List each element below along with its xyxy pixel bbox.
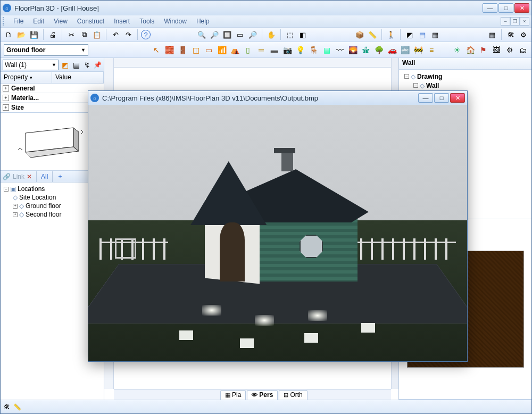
beam-icon[interactable]: ═ <box>256 44 267 56</box>
mdi-restore[interactable]: ❐ <box>510 17 520 26</box>
pin-icon[interactable]: 📌 <box>94 61 102 69</box>
dialog-minimize[interactable]: — <box>418 93 433 103</box>
image-icon[interactable]: 🖼 <box>491 44 502 56</box>
menu-tools[interactable]: Tools <box>135 16 159 26</box>
deck-icon[interactable]: ▤ <box>321 44 332 56</box>
prop-tool1-icon[interactable]: ◩ <box>60 60 70 70</box>
zoom-out-icon[interactable]: 🔎 <box>209 29 220 40</box>
rail-icon[interactable]: ≡ <box>426 44 437 56</box>
stair-icon[interactable]: 📶 <box>217 44 228 56</box>
opening-icon[interactable]: ▭ <box>203 44 214 56</box>
menu-file[interactable]: File <box>9 16 28 26</box>
window-minimize[interactable]: — <box>483 3 497 13</box>
tab-plan[interactable]: ▦ Pla <box>220 390 246 400</box>
window-icon[interactable]: ◫ <box>190 44 202 56</box>
dialog-close[interactable]: ✕ <box>450 93 465 103</box>
menu-edit[interactable]: Edit <box>29 16 48 26</box>
menu-view[interactable]: View <box>49 16 72 26</box>
view-iso-icon[interactable]: ◧ <box>297 29 309 40</box>
wall-icon[interactable]: 🧱 <box>164 44 176 56</box>
sun-icon[interactable]: ☀ <box>452 44 463 56</box>
help-icon[interactable]: ? <box>141 30 151 39</box>
tree-item-second[interactable]: +◇Second floor <box>4 210 101 219</box>
roof-icon[interactable]: ⛺ <box>230 44 241 56</box>
render-icon[interactable]: ▦ <box>429 29 441 40</box>
light-icon[interactable]: 💡 <box>295 44 306 56</box>
tree-root[interactable]: –▣Locations <box>4 185 101 193</box>
terrain-icon[interactable]: 🌄 <box>347 44 359 56</box>
prop-tool2-icon[interactable]: ▤ <box>71 60 81 70</box>
car-icon[interactable]: 🚗 <box>387 44 398 56</box>
text-icon[interactable]: 🔤 <box>400 44 411 56</box>
property-col-header[interactable]: Property ▾ <box>1 72 52 83</box>
column-icon[interactable]: ▯ <box>243 44 254 56</box>
road-icon[interactable]: 🛣 <box>361 44 372 56</box>
dialog-maximize[interactable]: □ <box>434 93 449 103</box>
status-tool-icon[interactable]: 🛠 <box>4 403 10 411</box>
plant-icon[interactable]: 🌳 <box>373 44 385 56</box>
window-maximize[interactable]: □ <box>498 3 513 13</box>
fence-icon[interactable]: 🚧 <box>413 44 424 56</box>
window-close[interactable]: ✕ <box>514 3 529 13</box>
paste-icon[interactable]: 📋 <box>91 29 103 40</box>
add-icon[interactable]: ＋ <box>57 172 63 181</box>
flag-icon[interactable]: ⚑ <box>478 44 489 56</box>
object-selector[interactable]: Wall (1) ▼ <box>3 60 59 70</box>
menu-window[interactable]: Window <box>160 16 191 26</box>
render-output-window[interactable]: ⌂ C:\Program Files (x86)\IMSI\FloorPlan … <box>88 90 468 362</box>
drawing-root[interactable]: –◇Drawing <box>404 72 530 81</box>
undo-icon[interactable]: ↶ <box>110 29 121 40</box>
pan-icon[interactable]: ✋ <box>265 29 277 40</box>
mdi-close[interactable]: × <box>520 17 529 26</box>
camera-icon[interactable]: 📷 <box>282 44 293 56</box>
menu-grip[interactable] <box>3 17 6 26</box>
open-icon[interactable]: 📂 <box>15 29 27 40</box>
zoom-in-icon[interactable]: 🔍 <box>196 29 207 40</box>
zoom-window-icon[interactable]: 🔲 <box>221 29 233 40</box>
menu-construct[interactable]: Construct <box>73 16 109 26</box>
pointer-icon[interactable]: ↖ <box>151 44 162 56</box>
delete-icon[interactable]: ✕ <box>27 173 32 180</box>
zoom-prev-icon[interactable]: 🔎 <box>247 29 259 40</box>
filter-all[interactable]: All <box>41 173 48 180</box>
measure-icon[interactable]: 📏 <box>367 29 378 40</box>
print-icon[interactable]: 🖨 <box>47 29 59 40</box>
dialog-app-icon: ⌂ <box>90 94 99 102</box>
tab-perspective[interactable]: 👁 Pers <box>247 390 278 400</box>
material-icon[interactable]: ◩ <box>404 29 415 40</box>
tab-ortho[interactable]: ⊞ Orth <box>279 390 307 400</box>
tree-item-ground[interactable]: +◇Ground floor <box>4 202 101 210</box>
tools1-icon[interactable]: 🛠 <box>505 29 517 40</box>
prop-tool3-icon[interactable]: ↯ <box>82 60 92 70</box>
save-icon[interactable]: 💾 <box>28 29 40 40</box>
menu-insert[interactable]: Insert <box>110 16 134 26</box>
tools2-icon[interactable]: ⚙ <box>518 29 529 40</box>
config-icon[interactable]: ⚙ <box>504 44 516 56</box>
new-icon[interactable]: 🗋 <box>3 29 14 40</box>
tree-item-site[interactable]: ◇Site Location <box>4 193 101 202</box>
preview-wall-icon <box>15 120 89 163</box>
status-measure-icon[interactable]: 📏 <box>13 403 21 411</box>
menu-help[interactable]: Help <box>192 16 214 26</box>
mdi-minimize[interactable]: – <box>501 17 510 26</box>
path-icon[interactable]: 〰 <box>334 44 345 56</box>
cut-icon[interactable]: ✂ <box>65 29 77 40</box>
door-icon[interactable]: 🚪 <box>177 44 188 56</box>
furniture-icon[interactable]: 🪑 <box>308 44 319 56</box>
house-icon[interactable]: 🏠 <box>465 44 476 56</box>
copy-icon[interactable]: ⧉ <box>78 29 90 40</box>
walk-icon[interactable]: 🚶 <box>385 29 397 40</box>
view-3d-icon[interactable]: ⬚ <box>284 29 296 40</box>
slab-icon[interactable]: ▬ <box>269 44 280 56</box>
layers-icon[interactable]: ▤ <box>417 29 428 40</box>
redo-icon[interactable]: ↷ <box>122 29 134 40</box>
link-tool-icon[interactable]: 🔗 <box>3 173 11 180</box>
drawing-wall-node[interactable]: –◇Wall <box>404 81 530 90</box>
floor-selector[interactable]: Ground floor ▼ <box>4 44 88 56</box>
palette-icon[interactable]: 🗂 <box>517 44 528 56</box>
value-col-header[interactable]: Value <box>52 72 104 83</box>
svg-marker-2 <box>73 128 79 151</box>
grid-icon[interactable]: ▦ <box>486 29 498 40</box>
zoom-fit-icon[interactable]: ▭ <box>234 29 246 40</box>
model-icon[interactable]: 📦 <box>354 29 365 40</box>
